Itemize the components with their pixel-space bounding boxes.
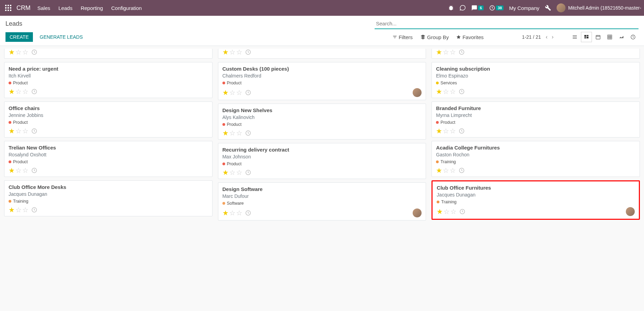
kanban-card[interactable]: Cleaning subscriptionElmo EspinazoServic… bbox=[432, 62, 640, 98]
favorites-button[interactable]: Favorites bbox=[456, 34, 484, 40]
priority-star[interactable]: ★ bbox=[436, 88, 442, 95]
priority-star[interactable]: ☆ bbox=[236, 130, 242, 136]
kanban-card[interactable]: Branded FurnitureMyrna LimprechtProduct★… bbox=[432, 101, 640, 137]
priority-star[interactable]: ★ bbox=[9, 167, 15, 174]
kanban-card[interactable]: ★☆☆ bbox=[4, 49, 212, 59]
view-list[interactable] bbox=[569, 32, 580, 42]
activity-clock-icon[interactable] bbox=[31, 88, 37, 95]
priority-star[interactable]: ☆ bbox=[443, 128, 449, 134]
create-button[interactable]: CREATE bbox=[5, 32, 33, 42]
activity-clock-icon[interactable] bbox=[459, 88, 465, 95]
priority-star[interactable]: ★ bbox=[436, 167, 442, 174]
card-tag[interactable]: Product bbox=[9, 81, 28, 85]
tools-icon[interactable] bbox=[545, 5, 551, 11]
activities-icon[interactable]: 38 bbox=[489, 5, 503, 11]
activity-clock-icon[interactable] bbox=[459, 208, 465, 215]
filters-button[interactable]: Filters bbox=[392, 34, 413, 40]
card-tag[interactable]: Product bbox=[9, 120, 28, 125]
card-tag[interactable]: Training bbox=[9, 199, 28, 204]
activity-clock-icon[interactable] bbox=[245, 169, 251, 176]
view-calendar[interactable] bbox=[593, 32, 604, 42]
priority-star[interactable]: ☆ bbox=[236, 49, 242, 56]
priority-star[interactable]: ☆ bbox=[450, 88, 456, 95]
activity-clock-icon[interactable] bbox=[459, 49, 465, 55]
priority-star[interactable]: ☆ bbox=[22, 49, 28, 56]
activity-clock-icon[interactable] bbox=[459, 167, 465, 174]
priority-star[interactable]: ☆ bbox=[229, 49, 235, 56]
priority-star[interactable]: ☆ bbox=[22, 128, 28, 134]
topnav-configuration[interactable]: Configuration bbox=[111, 5, 142, 11]
kanban-card[interactable]: Recurring delivery contractMax JohnsonPr… bbox=[218, 143, 426, 179]
card-tag[interactable]: Software bbox=[222, 201, 244, 206]
kanban-card[interactable]: Trelian New OfficesRosalynd OxshottProdu… bbox=[4, 141, 212, 177]
pager-prev[interactable]: ‹ bbox=[544, 33, 549, 41]
user-menu[interactable]: Mitchell Admin (18521650-master- bbox=[557, 3, 641, 12]
groupby-button[interactable]: Group By bbox=[420, 34, 449, 40]
priority-star[interactable]: ☆ bbox=[229, 169, 235, 176]
activity-clock-icon[interactable] bbox=[245, 210, 251, 216]
brand[interactable]: CRM bbox=[16, 4, 31, 12]
view-activity[interactable] bbox=[628, 32, 639, 42]
priority-star[interactable]: ☆ bbox=[229, 210, 235, 216]
priority-star[interactable]: ☆ bbox=[443, 167, 449, 174]
pager-next[interactable]: › bbox=[550, 33, 555, 41]
priority-star[interactable]: ☆ bbox=[236, 169, 242, 176]
kanban-card[interactable]: Club Office FurnituresJacques DunaganTra… bbox=[432, 180, 640, 220]
company-name[interactable]: My Company bbox=[509, 5, 539, 11]
priority-star[interactable]: ☆ bbox=[450, 208, 457, 215]
kanban-card[interactable]: Office chairsJennine JobbinsProduct★☆☆ bbox=[4, 101, 212, 137]
priority-star[interactable]: ☆ bbox=[450, 128, 456, 134]
apps-icon[interactable] bbox=[3, 2, 14, 13]
support-icon[interactable] bbox=[460, 5, 466, 11]
priority-star[interactable]: ☆ bbox=[15, 206, 22, 213]
priority-star[interactable]: ★ bbox=[436, 128, 442, 134]
assignee-avatar[interactable] bbox=[413, 208, 422, 217]
activity-clock-icon[interactable] bbox=[245, 89, 251, 96]
topnav-leads[interactable]: Leads bbox=[59, 5, 73, 11]
kanban-card[interactable]: Custom Desks (100 pieces)Chalmers Redfor… bbox=[218, 62, 426, 100]
kanban-card[interactable]: Acadia College FurnituresGaston RochonTr… bbox=[432, 141, 640, 177]
priority-star[interactable]: ★ bbox=[222, 210, 229, 216]
priority-star[interactable]: ☆ bbox=[443, 49, 449, 56]
kanban-card[interactable]: Design New ShelvesAlys KalinovichProduct… bbox=[218, 104, 426, 140]
kanban-card[interactable]: Need a price: urgentItch KirvellProduct★… bbox=[4, 62, 212, 98]
priority-star[interactable]: ☆ bbox=[15, 88, 22, 95]
card-tag[interactable]: Product bbox=[9, 159, 28, 164]
activity-clock-icon[interactable] bbox=[31, 49, 37, 55]
activity-clock-icon[interactable] bbox=[31, 207, 37, 213]
kanban-card[interactable]: Design SoftwareMarc DufourSoftware★☆☆ bbox=[218, 182, 426, 220]
view-pivot[interactable] bbox=[604, 32, 615, 42]
activity-clock-icon[interactable] bbox=[31, 128, 37, 134]
priority-star[interactable]: ★ bbox=[9, 88, 15, 95]
priority-star[interactable]: ☆ bbox=[22, 88, 28, 95]
priority-star[interactable]: ☆ bbox=[450, 167, 456, 174]
priority-star[interactable]: ☆ bbox=[229, 130, 235, 136]
priority-star[interactable]: ☆ bbox=[15, 49, 22, 56]
assignee-avatar[interactable] bbox=[626, 207, 635, 216]
priority-star[interactable]: ☆ bbox=[450, 49, 456, 56]
bug-icon[interactable] bbox=[448, 5, 454, 11]
priority-star[interactable]: ★ bbox=[222, 169, 229, 176]
card-tag[interactable]: Training bbox=[437, 200, 457, 204]
activity-clock-icon[interactable] bbox=[245, 49, 251, 55]
kanban-card[interactable]: Club Office More DesksJacques DunaganTra… bbox=[4, 180, 212, 216]
priority-star[interactable]: ★ bbox=[222, 130, 229, 136]
priority-star[interactable]: ★ bbox=[437, 208, 443, 215]
priority-star[interactable]: ☆ bbox=[229, 89, 235, 96]
topnav-sales[interactable]: Sales bbox=[37, 5, 50, 11]
topnav-reporting[interactable]: Reporting bbox=[81, 5, 103, 11]
priority-star[interactable]: ★ bbox=[222, 89, 229, 96]
kanban-card[interactable]: ★☆☆ bbox=[218, 49, 426, 59]
priority-star[interactable]: ☆ bbox=[22, 167, 28, 174]
priority-star[interactable]: ★ bbox=[222, 49, 229, 56]
priority-star[interactable]: ★ bbox=[9, 206, 15, 213]
card-tag[interactable]: Product bbox=[222, 122, 242, 127]
assignee-avatar[interactable] bbox=[413, 88, 422, 97]
card-tag[interactable]: Training bbox=[436, 159, 456, 164]
activity-clock-icon[interactable] bbox=[245, 130, 251, 136]
card-tag[interactable]: Product bbox=[222, 81, 242, 85]
view-kanban[interactable] bbox=[581, 32, 592, 42]
priority-star[interactable]: ☆ bbox=[22, 206, 28, 213]
priority-star[interactable]: ★ bbox=[9, 49, 15, 56]
priority-star[interactable]: ☆ bbox=[443, 88, 449, 95]
